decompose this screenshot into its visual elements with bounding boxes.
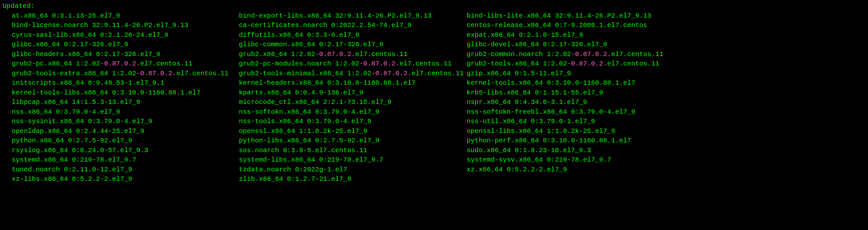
package-column-2: bind-export-libs.x86_64 32:9.11.4-26.P2.…	[239, 11, 467, 184]
package-line: python-libs.x86_64 0:2.7.5-92.el7_9	[239, 136, 467, 146]
package-line: kernel-tools-libs.x86_64 0:3.10.0-1160.8…	[12, 88, 239, 98]
package-line: tuned.noarch 0:2.11.0-12.el7_9	[12, 165, 239, 175]
package-line: glibc-headers.x86_64 0:2.17-326.el7_9	[12, 49, 239, 59]
package-line: gzip.x86_64 0:1.5-11.el7_9	[467, 69, 663, 78]
package-line: python.x86_64 0:2.7.5-92.el7_9	[12, 136, 239, 146]
package-line: rsyslog.x86_64 0:8.24.0-57.el7_9.3	[12, 146, 239, 155]
package-line: bind-export-libs.x86_64 32:9.11.4-26.P2.…	[239, 11, 467, 21]
package-line: glibc-devel.x86_64 0:2.17-326.el7_9	[467, 40, 663, 49]
package-line: python-perf.x86_64 0:3.10.0-1160.88.1.el…	[467, 136, 663, 146]
package-line: sos.noarch 0:3.9-5.el7.centos.11	[239, 146, 467, 155]
package-line: centos-release.x86_64 0:7-9.2009.1.el7.c…	[467, 21, 663, 30]
package-line: nss-tools.x86_64 0:3.79.0-4.el7_9	[239, 117, 467, 126]
package-line: grub2-common.noarch 1:2.02-0.87.0.2.el7.…	[467, 49, 663, 59]
package-line: glibc.x86_64 0:2.17-326.el7_9	[12, 40, 239, 49]
version-highlight: -0.87.0.2.	[567, 60, 607, 68]
package-line: openldap.x86_64 0:2.4.44-25.el7_9	[12, 126, 239, 136]
package-line: nss-softokn-freebl.x86_64 0:3.79.0-4.el7…	[467, 107, 663, 117]
package-line: grub2-pc-modules.noarch 1:2.02-0.87.0.2.…	[239, 59, 467, 69]
version-highlight: -0.87.0.2.	[359, 60, 399, 68]
package-line: expat.x86_64 0:2.1.0-15.el7_9	[467, 30, 663, 40]
package-line: bind-libs-lite.x86_64 32:9.11.4-26.P2.el…	[467, 11, 663, 21]
version-highlight: -0.87.0.2.	[571, 50, 611, 58]
package-line: initscripts.x86_64 0:9.49.53-1.el7_9.1	[12, 78, 239, 88]
update-header: Updated:	[3, 1, 865, 11]
package-line: grub2-tools.x86_64 1:2.02-0.87.0.2.el7.c…	[467, 59, 663, 69]
package-line: kernel-headers.x86_64 0:3.10.0-1160.88.1…	[239, 78, 467, 88]
package-line: openssl-libs.x86_64 1:1.0.2k-25.el7_9	[467, 126, 663, 136]
package-line: systemd.x86_64 0:219-78.el7_9.7	[12, 155, 239, 165]
package-line: xz.x86_64 0:5.2.2-2.el7_9	[467, 165, 663, 175]
version-highlight: -0.87.0.2.	[136, 70, 176, 77]
package-line: kpartx.x86_64 0:0.4.9-136.el7_9	[239, 88, 467, 98]
package-line: openssl.x86_64 1:1.0.2k-25.el7_9	[239, 126, 467, 136]
package-columns: at.x86_64 0:3.1.13-25.el7_9bind-license.…	[3, 11, 865, 184]
version-highlight: -0.87.0.2.	[100, 60, 140, 68]
package-line: zlib.x86_64 0:1.2.7-21.el7_9	[239, 174, 467, 184]
package-line: nss-sysinit.x86_64 0:3.79.0-4.el7_9	[12, 117, 239, 126]
version-highlight: -0.87.0.2.	[315, 50, 355, 58]
package-line: grub2-pc.x86_64 1:2.02-0.87.0.2.el7.cent…	[12, 59, 239, 69]
package-line: grub2-tools-extra.x86_64 1:2.02-0.87.0.2…	[12, 69, 239, 78]
package-line: xz-libs.x86_64 0:5.2.2-2.el7_9	[12, 174, 239, 184]
package-column-1: at.x86_64 0:3.1.13-25.el7_9bind-license.…	[3, 11, 239, 184]
version-highlight: -0.87.0.2.	[371, 70, 411, 77]
package-line: systemd-libs.x86_64 0:219-78.el7_9.7	[239, 155, 467, 165]
package-line: krb5-libs.x86_64 0:1.15.1-55.el7_9	[467, 88, 663, 98]
package-line: grub2.x86_64 1:2.02-0.87.0.2.el7.centos.…	[239, 49, 467, 59]
package-line: sudo.x86_64 0:1.8.23-10.el7_9.3	[467, 146, 663, 155]
package-line: systemd-sysv.x86_64 0:219-78.el7_9.7	[467, 155, 663, 165]
package-line: ca-certificates.noarch 0:2022.2.54-74.el…	[239, 21, 467, 30]
package-line: tzdata.noarch 0:2022g-1.el7	[239, 165, 467, 175]
package-line: nss-util.x86_64 0:3.79.0-1.el7_9	[467, 117, 663, 126]
package-column-3: bind-libs-lite.x86_64 32:9.11.4-26.P2.el…	[467, 11, 663, 175]
package-line: at.x86_64 0:3.1.13-25.el7_9	[12, 11, 239, 21]
package-line: cyrus-sasl-lib.x86_64 0:2.1.26-24.el7_9	[12, 30, 239, 40]
package-line: libpcap.x86_64 14:1.5.3-13.el7_9	[12, 98, 239, 107]
package-line: bind-license.noarch 32:9.11.4-26.P2.el7_…	[12, 21, 239, 30]
package-line: nss-softokn.x86_64 0:3.79.0-4.el7_9	[239, 107, 467, 117]
package-line: nss.x86_64 0:3.79.0-4.el7_9	[12, 107, 239, 117]
package-line: grub2-tools-minimal.x86_64 1:2.02-0.87.0…	[239, 69, 467, 78]
package-line: nspr.x86_64 0:4.34.0-3.1.el7_9	[467, 98, 663, 107]
package-line: diffutils.x86_64 0:3.3-6.el7_9	[239, 30, 467, 40]
package-line: kernel-tools.x86_64 0:3.10.0-1160.88.1.e…	[467, 78, 663, 88]
package-line: microcode_ctl.x86_64 2:2.1-73.15.el7_9	[239, 98, 467, 107]
package-line: glibc-common.x86_64 0:2.17-326.el7_9	[239, 40, 467, 49]
